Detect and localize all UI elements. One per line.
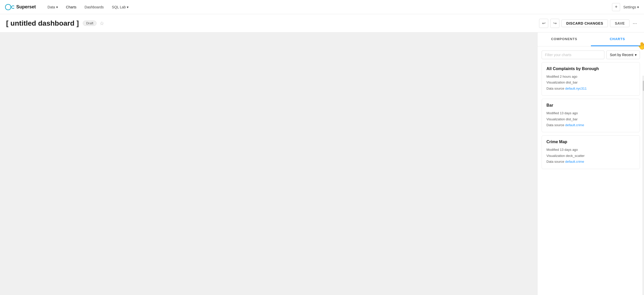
chart-modified: Modified 13 days ago: [546, 147, 635, 153]
tab-components[interactable]: COMPONENTS: [538, 32, 591, 46]
nav-charts[interactable]: Charts: [62, 3, 80, 11]
scrollbar-track: [642, 76, 644, 295]
brand-logo[interactable]: Superset: [5, 4, 36, 10]
chart-name: Bar: [546, 103, 635, 108]
nav-dashboards[interactable]: Dashboards: [81, 3, 107, 11]
chart-datasource: Data source default.nyc311: [546, 86, 635, 91]
favorite-star-icon[interactable]: ☆: [100, 20, 104, 26]
chevron-down-icon: ▾: [637, 5, 639, 9]
chart-card[interactable]: Crime Map Modified 13 days ago Visualiza…: [542, 135, 640, 169]
chart-meta: Modified 13 days ago Visualization deck_…: [546, 147, 635, 165]
tab-charts[interactable]: CHARTS 🤚: [591, 32, 644, 46]
dashboard-title[interactable]: [ untitled dashboard ]: [6, 19, 79, 27]
chart-card[interactable]: All Complaints by Borough Modified 2 hou…: [542, 62, 640, 96]
datasource-link[interactable]: default.crime: [565, 123, 584, 127]
chart-modified: Modified 13 days ago: [546, 110, 635, 116]
chart-meta: Modified 2 hours ago Visualization dist_…: [546, 74, 635, 91]
dashboard-header: [ untitled dashboard ] Draft ☆ ↩ ↪ DISCA…: [0, 14, 644, 32]
settings-button[interactable]: Settings ▾: [623, 5, 639, 9]
chart-datasource: Data source default.crime: [546, 159, 635, 165]
nav-data[interactable]: Data ▾: [44, 3, 61, 11]
chart-meta: Modified 13 days ago Visualization dist_…: [546, 110, 635, 128]
panel-tabs: COMPONENTS CHARTS 🤚: [538, 32, 644, 46]
save-button[interactable]: SAVE: [610, 20, 630, 27]
redo-button[interactable]: ↪: [550, 19, 559, 28]
chart-visualization: Visualization deck_scatter: [546, 153, 635, 159]
chevron-down-icon: ▾: [56, 5, 58, 9]
nav-right: + Settings ▾: [612, 3, 639, 11]
chart-modified: Modified 2 hours ago: [546, 74, 635, 79]
dashboard-canvas[interactable]: [0, 32, 537, 295]
chart-datasource: Data source default.crime: [546, 122, 635, 128]
chart-visualization: Visualization dist_bar: [546, 79, 635, 85]
chart-visualization: Visualization dist_bar: [546, 116, 635, 122]
nav-links: Data ▾ Charts Dashboards SQL Lab ▾: [44, 3, 612, 11]
navbar: Superset Data ▾ Charts Dashboards SQL La…: [0, 0, 644, 14]
chart-card[interactable]: Bar Modified 13 days ago Visualization d…: [542, 99, 640, 132]
datasource-link[interactable]: default.crime: [565, 160, 584, 163]
undo-button[interactable]: ↩: [539, 19, 548, 28]
main-layout: COMPONENTS CHARTS 🤚 Sort by Recent ▾ All…: [0, 32, 644, 295]
datasource-link[interactable]: default.nyc311: [565, 87, 587, 90]
chart-name: Crime Map: [546, 140, 635, 144]
right-panel: COMPONENTS CHARTS 🤚 Sort by Recent ▾ All…: [537, 32, 644, 295]
chart-filter-input[interactable]: [542, 51, 604, 59]
nav-sqllab[interactable]: SQL Lab ▾: [108, 3, 132, 11]
draft-badge: Draft: [83, 21, 97, 26]
scrollbar-thumb[interactable]: [643, 81, 644, 91]
chart-list: All Complaints by Borough Modified 2 hou…: [538, 62, 644, 295]
more-options-button[interactable]: ···: [632, 19, 638, 27]
dashboard-actions: ↩ ↪ DISCARD CHANGES SAVE ···: [539, 19, 638, 28]
filter-row: Sort by Recent ▾: [538, 46, 644, 62]
discard-changes-button[interactable]: DISCARD CHANGES: [561, 20, 608, 27]
svg-point-0: [5, 4, 11, 10]
chevron-down-icon: ▾: [635, 53, 637, 57]
brand-name: Superset: [16, 4, 36, 10]
add-button[interactable]: +: [612, 3, 620, 11]
chevron-down-icon: ▾: [127, 5, 129, 9]
chart-name: All Complaints by Borough: [546, 67, 635, 71]
sort-dropdown[interactable]: Sort by Recent ▾: [606, 51, 640, 59]
